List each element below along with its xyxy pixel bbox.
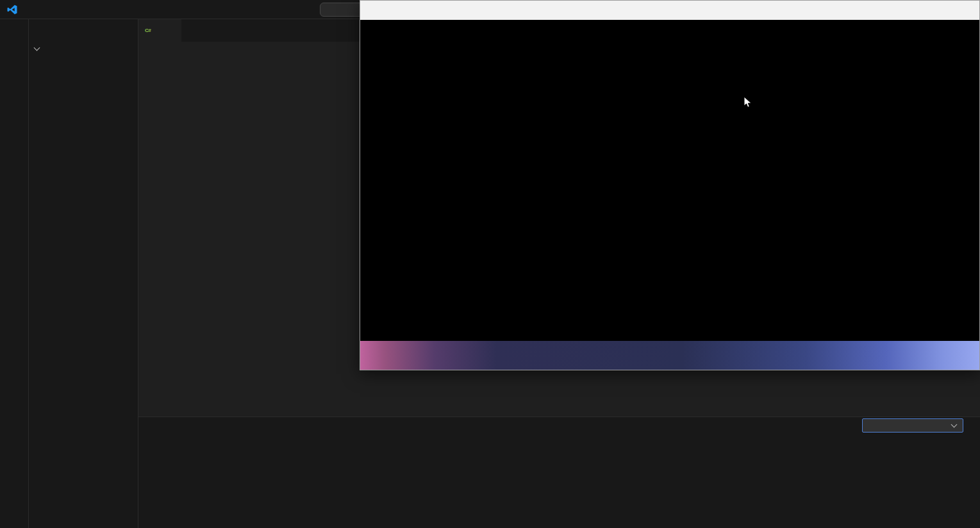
csharp-file-icon: C# (145, 28, 151, 33)
activity-bar (0, 19, 29, 528)
mouse-cursor (743, 96, 752, 111)
output-channel-select[interactable] (862, 418, 963, 433)
tab-dotnetapp1-cs[interactable]: C# (138, 19, 181, 42)
history-forward-arrow-icon[interactable] (299, 0, 315, 19)
workspace-row[interactable] (29, 42, 138, 56)
tab-close-icon[interactable] (162, 24, 175, 37)
emulator-title-bar (360, 1, 979, 20)
panel-actions (862, 418, 971, 433)
vscode-logo-icon (6, 4, 18, 15)
activity-bar-bottom (0, 518, 28, 528)
emulator-nav-bar (360, 341, 979, 370)
emulator-window[interactable] (360, 0, 980, 370)
chevron-down-icon (949, 420, 959, 431)
history-back-arrow-icon[interactable] (283, 0, 299, 19)
chevron-down-icon (31, 44, 42, 54)
bottom-panel (138, 417, 980, 528)
output-log[interactable] (138, 434, 980, 528)
explorer-header (29, 19, 138, 42)
panel-header (138, 417, 980, 434)
sidebar (29, 19, 138, 528)
emulator-screen (360, 20, 979, 341)
vscode-window: C# (0, 0, 980, 528)
